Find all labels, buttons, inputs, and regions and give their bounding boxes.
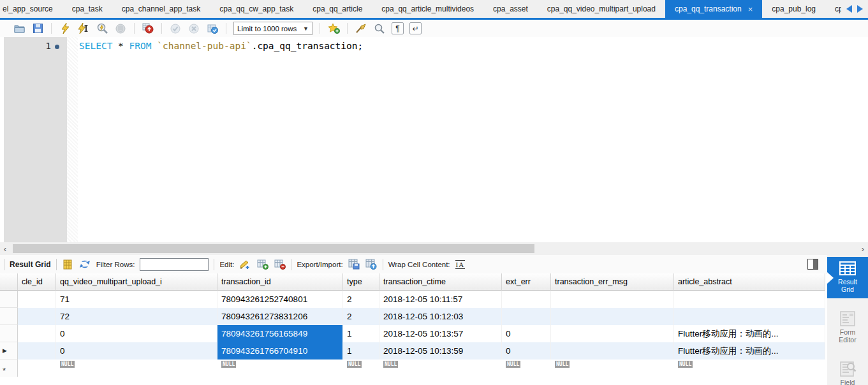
rollback-button[interactable] bbox=[188, 22, 200, 35]
tab-cpa_channel_app_task[interactable]: cpa_channel_app_task bbox=[112, 0, 210, 18]
scroll-right-icon[interactable]: › bbox=[858, 242, 868, 255]
table-row[interactable]: ▶078094326176670491012018-12-05 10:13:59… bbox=[0, 342, 827, 360]
import-records-icon[interactable] bbox=[365, 258, 378, 270]
cell-qq_video_multipart_upload_i[interactable]: 71 bbox=[56, 291, 217, 308]
toggle-wrap-button[interactable]: ↵ bbox=[409, 22, 422, 34]
row-selector[interactable] bbox=[0, 308, 18, 325]
toggle-autocommit-button[interactable] bbox=[206, 22, 219, 35]
cell-transaction_id[interactable]: 780943261252740801 bbox=[217, 291, 343, 308]
cell-transaction_id[interactable]: 780943261273831206 bbox=[217, 308, 343, 325]
row-selector[interactable]: ▶ bbox=[0, 342, 18, 360]
cell-article_abstract[interactable] bbox=[674, 308, 825, 325]
toggle-sidebar-icon[interactable] bbox=[807, 259, 818, 270]
tab-scroll-right-icon[interactable] bbox=[857, 5, 863, 13]
show-invisibles-button[interactable]: ¶ bbox=[392, 22, 404, 34]
cell-transaction_err_msg[interactable]: NULL bbox=[551, 360, 674, 377]
filter-rows-input[interactable] bbox=[140, 258, 209, 271]
column-header-article_abstract[interactable]: article_abstract bbox=[674, 273, 825, 291]
cell-article_abstract[interactable]: NULL bbox=[674, 360, 825, 377]
cell-ext_err[interactable]: NULL bbox=[502, 360, 551, 377]
column-header-transaction_id[interactable]: transaction_id bbox=[217, 273, 343, 291]
cell-transaction_id[interactable]: 780943261756165849 bbox=[217, 325, 343, 342]
execute-query-button[interactable] bbox=[59, 22, 71, 35]
delete-row-icon[interactable] bbox=[274, 258, 286, 270]
grid-corner-cell[interactable] bbox=[0, 273, 18, 291]
cell-cle_id[interactable] bbox=[18, 291, 56, 308]
edit-cell-icon[interactable] bbox=[239, 258, 251, 270]
cell-ext_err[interactable]: 0 bbox=[502, 325, 551, 342]
scroll-left-icon[interactable]: ‹ bbox=[0, 242, 10, 255]
cell-article_abstract[interactable]: Flutter移动应用：动画的... bbox=[674, 342, 825, 360]
sql-statement[interactable]: SELECT * FROM `channel-pub-api`.cpa_qq_t… bbox=[79, 41, 363, 51]
commit-button[interactable] bbox=[169, 22, 182, 35]
cell-qq_video_multipart_upload_i[interactable]: 0 bbox=[56, 342, 217, 360]
side-tab-form-editor[interactable]: FormEditor bbox=[827, 307, 868, 349]
column-header-qq_video_multipart_upload_i[interactable]: qq_video_multipart_upload_i bbox=[56, 273, 217, 291]
tab-scroll-left-icon[interactable] bbox=[846, 5, 852, 13]
row-selector[interactable]: * bbox=[0, 360, 18, 377]
cell-type[interactable]: 1 bbox=[343, 342, 379, 360]
tab-cpa_qq_article[interactable]: cpa_qq_article bbox=[303, 0, 372, 18]
tab-cpa_qq_transaction[interactable]: cpa_qq_transaction× bbox=[665, 0, 762, 18]
cell-qq_video_multipart_upload_i[interactable]: 72 bbox=[56, 308, 217, 325]
save-script-button[interactable] bbox=[31, 22, 44, 35]
open-script-button[interactable] bbox=[13, 22, 26, 35]
beautify-sql-button[interactable] bbox=[355, 22, 367, 35]
cell-qq_video_multipart_upload_i[interactable]: NULL bbox=[56, 360, 217, 377]
cell-transaction_ctime[interactable]: NULL bbox=[379, 360, 502, 377]
refresh-icon[interactable] bbox=[79, 258, 91, 270]
cell-cle_id[interactable] bbox=[18, 342, 56, 360]
column-header-ext_err[interactable]: ext_err bbox=[502, 273, 551, 291]
cell-transaction_id[interactable]: NULL bbox=[217, 360, 343, 377]
cell-article_abstract[interactable]: Flutter移动应用：动画的... bbox=[674, 325, 825, 342]
find-button[interactable] bbox=[373, 22, 386, 35]
table-row[interactable]: 078094326175616584912018-12-05 10:13:570… bbox=[0, 325, 827, 342]
table-row[interactable]: 7178094326125274080122018-12-05 10:11:57 bbox=[0, 291, 827, 308]
side-tab-result-grid[interactable]: ResultGrid bbox=[827, 257, 868, 298]
cell-type[interactable]: NULL bbox=[343, 360, 379, 377]
cell-type[interactable]: 1 bbox=[343, 325, 379, 342]
tab-cpa_qq_video_multipart_upload[interactable]: cpa_qq_video_multipart_upload bbox=[538, 0, 665, 18]
tab-cpa_pub_log[interactable]: cpa_pub_log bbox=[762, 0, 825, 18]
cell-transaction_ctime[interactable]: 2018-12-05 10:13:59 bbox=[379, 342, 502, 360]
column-header-type[interactable]: type bbox=[343, 273, 379, 291]
new-record-row[interactable]: *NULLNULLNULLNULLNULLNULLNULL bbox=[0, 360, 827, 377]
execute-current-statement-button[interactable] bbox=[77, 22, 90, 35]
cell-cle_id[interactable] bbox=[18, 360, 56, 377]
cell-ext_err[interactable] bbox=[502, 291, 551, 308]
cell-transaction_ctime[interactable]: 2018-12-05 10:12:03 bbox=[379, 308, 502, 325]
cell-transaction_ctime[interactable]: 2018-12-05 10:11:57 bbox=[379, 291, 502, 308]
tab-cpa_log[interactable]: cpa_log bbox=[825, 0, 841, 18]
cell-transaction_err_msg[interactable] bbox=[551, 325, 674, 342]
cell-transaction_ctime[interactable]: 2018-12-05 10:13:57 bbox=[379, 325, 502, 342]
sql-editor[interactable]: 1 SELECT * FROM `channel-pub-api`.cpa_qq… bbox=[0, 37, 868, 242]
tab-cpa_qq_cw_app_task[interactable]: cpa_qq_cw_app_task bbox=[210, 0, 303, 18]
row-selector[interactable] bbox=[0, 291, 18, 308]
save-snippet-button[interactable] bbox=[327, 22, 340, 35]
limit-rows-dropdown[interactable]: Limit to 1000 rows ▼ bbox=[233, 22, 313, 35]
close-tab-icon[interactable]: × bbox=[748, 5, 753, 13]
side-tab-field-types[interactable]: FieldTypes bbox=[827, 357, 868, 385]
cell-ext_err[interactable]: 0 bbox=[502, 342, 551, 360]
stop-query-button[interactable] bbox=[114, 22, 127, 35]
cell-transaction_id[interactable]: 780943261766704910 bbox=[217, 342, 343, 360]
row-selector[interactable] bbox=[0, 325, 18, 342]
cell-transaction_err_msg[interactable] bbox=[551, 308, 674, 325]
cell-cle_id[interactable] bbox=[18, 308, 56, 325]
wrap-cell-content-toggle-icon[interactable]: IA bbox=[455, 260, 466, 269]
tab-cpa_qq_article_multivideos[interactable]: cpa_qq_article_multivideos bbox=[372, 0, 483, 18]
column-header-cle_id[interactable]: cle_id bbox=[18, 273, 56, 291]
cell-type[interactable]: 2 bbox=[343, 308, 379, 325]
cell-article_abstract[interactable] bbox=[674, 291, 825, 308]
cell-cle_id[interactable] bbox=[18, 325, 56, 342]
cell-type[interactable]: 2 bbox=[343, 291, 379, 308]
editor-horizontal-scrollbar[interactable]: ‹ › bbox=[0, 242, 868, 255]
cell-qq_video_multipart_upload_i[interactable]: 0 bbox=[56, 325, 217, 342]
column-header-transaction_err_msg[interactable]: transaction_err_msg bbox=[551, 273, 674, 291]
grid-view-icon[interactable] bbox=[62, 258, 74, 270]
tab-cpa_asset[interactable]: cpa_asset bbox=[483, 0, 538, 18]
cell-transaction_err_msg[interactable] bbox=[551, 291, 674, 308]
tab-cpa_task[interactable]: cpa_task bbox=[63, 0, 112, 18]
cell-ext_err[interactable] bbox=[502, 308, 551, 325]
cell-transaction_err_msg[interactable] bbox=[551, 342, 674, 360]
